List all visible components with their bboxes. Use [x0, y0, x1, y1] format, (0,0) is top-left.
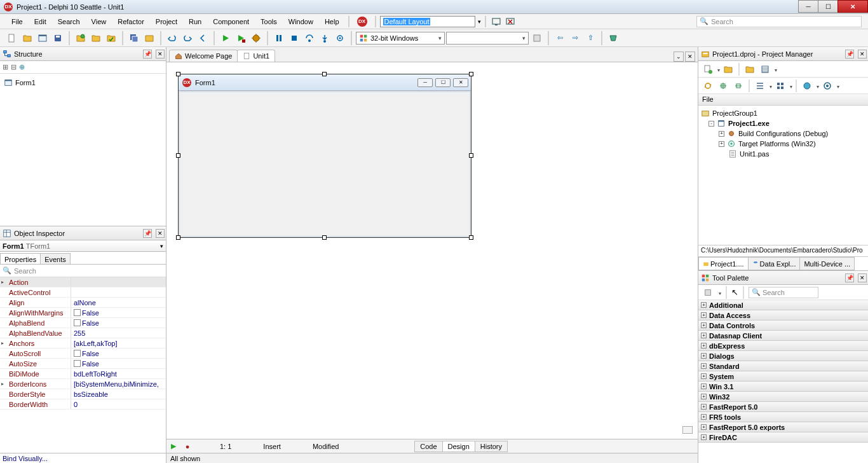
open-project-button[interactable]	[89, 31, 103, 45]
expand-all-icon[interactable]: ⊕	[19, 63, 25, 71]
collapse-icon[interactable]: ⊟	[11, 63, 17, 71]
close-panel-button[interactable]: ✕	[156, 50, 165, 59]
expand-icon[interactable]: +	[701, 404, 707, 410]
open-folder-button[interactable]	[721, 63, 735, 76]
collapse-button[interactable]	[731, 79, 745, 92]
form-designer[interactable]: DX Form1 ─ ☐ ✕	[166, 62, 698, 439]
property-row[interactable]: BorderStylebsSizeable	[0, 389, 166, 399]
property-row[interactable]: Anchors[akLeft,akTop]	[0, 338, 166, 349]
property-grid[interactable]: ActionActiveControlAlignalNoneAlignWithM…	[0, 277, 166, 453]
stop-button[interactable]	[287, 31, 301, 45]
nav-up-button[interactable]: ⇧	[583, 31, 597, 45]
tab-list-button[interactable]: ⌄	[674, 52, 684, 62]
project-tree[interactable]: ProjectGroup1 - Project1.exe + Build Con…	[698, 106, 868, 245]
tree-project-group[interactable]: ProjectGroup1	[701, 108, 865, 118]
menu-project[interactable]: Project	[151, 16, 182, 27]
expand-icon[interactable]: +	[701, 322, 707, 328]
expand-button[interactable]	[716, 79, 730, 92]
grid-dropdown[interactable]	[789, 82, 792, 90]
property-row[interactable]: AlphaBlendValue255	[0, 328, 166, 338]
save-button[interactable]	[51, 31, 65, 45]
collapse-icon[interactable]: -	[709, 121, 714, 127]
window-close-button[interactable]: ✕	[837, 0, 868, 13]
expand-icon[interactable]: +	[701, 373, 707, 379]
views-button[interactable]	[758, 63, 772, 76]
save-project-button[interactable]	[104, 31, 118, 45]
property-row[interactable]: AlignWithMarginsFalse	[0, 308, 166, 318]
cursor-icon[interactable]: ↖	[731, 287, 738, 297]
back-button[interactable]	[196, 31, 210, 45]
property-row[interactable]: AlphaBlendFalse	[0, 318, 166, 328]
property-row[interactable]: AutoScrollFalse	[0, 349, 166, 359]
tree-build-config[interactable]: + Build Configurations (Debug)	[701, 128, 865, 139]
desktop-delete-icon[interactable]	[505, 17, 515, 27]
global-search-input[interactable]: 🔍 Search	[696, 16, 862, 27]
pin-button[interactable]: 📌	[143, 229, 152, 238]
form-close-button[interactable]: ✕	[453, 78, 468, 87]
build-button[interactable]	[800, 79, 814, 92]
tab-events[interactable]: Events	[40, 253, 71, 264]
property-value[interactable]: [biSystemMenu,biMinimize,	[71, 379, 166, 389]
new-item-dropdown[interactable]	[716, 66, 720, 73]
property-row[interactable]: ActiveControl	[0, 287, 166, 298]
expand-icon[interactable]: +	[701, 384, 707, 389]
close-panel-button[interactable]: ✕	[858, 50, 867, 59]
expand-icon[interactable]: +	[701, 394, 707, 399]
nav-forward-button[interactable]: ⇨	[568, 31, 582, 45]
expand-icon[interactable]: ⊞	[3, 63, 8, 71]
pin-button[interactable]: 📌	[845, 273, 854, 282]
menu-window[interactable]: Window	[283, 16, 318, 27]
menu-run[interactable]: Run	[184, 16, 207, 27]
checkbox-icon[interactable]	[74, 350, 81, 357]
palette-category[interactable]: +Datasnap Client	[698, 330, 868, 341]
form-designer-form[interactable]: DX Form1 ─ ☐ ✕	[178, 74, 471, 238]
redo-button[interactable]	[180, 31, 194, 45]
structure-root-item[interactable]: Form1	[4, 78, 162, 88]
palette-category[interactable]: +FireDAC	[698, 432, 868, 443]
sync-button[interactable]	[701, 79, 715, 92]
new-form-button[interactable]	[36, 31, 50, 45]
new-button[interactable]	[5, 31, 19, 45]
undo-button[interactable]	[165, 31, 179, 45]
pin-button[interactable]: 📌	[143, 50, 152, 59]
menu-tools[interactable]: Tools	[255, 16, 282, 27]
desktop-save-icon[interactable]	[491, 17, 501, 27]
expand-icon[interactable]: +	[719, 141, 724, 147]
menu-refactor[interactable]: Refactor	[112, 16, 149, 27]
expand-icon[interactable]: +	[701, 302, 707, 308]
property-value[interactable]	[71, 287, 166, 297]
menu-help[interactable]: Help	[320, 16, 344, 27]
property-value[interactable]: 0	[71, 399, 166, 409]
help-button[interactable]	[606, 31, 620, 45]
file-column-header[interactable]: File	[698, 94, 868, 106]
property-row[interactable]: AutoSizeFalse	[0, 359, 166, 369]
palette-category-list[interactable]: +Additional+Data Access+Data Controls+Da…	[698, 300, 868, 463]
menu-edit[interactable]: Edit	[29, 16, 51, 27]
expand-icon[interactable]: +	[701, 312, 707, 318]
tab-history[interactable]: History	[475, 441, 508, 452]
tab-welcome[interactable]: Welcome Page	[169, 50, 238, 62]
close-panel-button[interactable]: ✕	[156, 229, 165, 238]
bind-visually-link[interactable]: Bind Visually...	[0, 453, 166, 463]
palette-category[interactable]: +Win32	[698, 391, 868, 402]
expand-icon[interactable]: +	[701, 333, 707, 338]
palette-category[interactable]: +FR5 tools	[698, 411, 868, 422]
tree-project[interactable]: - Project1.exe	[701, 118, 865, 128]
window-minimize-button[interactable]: ─	[798, 0, 818, 13]
menu-file[interactable]: File	[6, 16, 28, 27]
nav-back-button[interactable]: ⇦	[553, 31, 567, 45]
property-row[interactable]: BiDiModebdLeftToRight	[0, 369, 166, 379]
expand-icon[interactable]: +	[701, 363, 707, 369]
checkbox-icon[interactable]	[74, 319, 81, 326]
menu-component[interactable]: Component	[208, 16, 254, 27]
form-maximize-button[interactable]: ☐	[435, 78, 451, 87]
palette-category[interactable]: +Data Access	[698, 310, 868, 321]
checkbox-icon[interactable]	[74, 360, 81, 367]
property-value[interactable]: False	[71, 359, 166, 368]
build-dropdown[interactable]	[815, 82, 819, 90]
step-over-button[interactable]	[302, 31, 316, 45]
form-minimize-button[interactable]: ─	[417, 78, 433, 87]
property-value[interactable]: False	[71, 308, 166, 317]
checkbox-icon[interactable]	[74, 309, 81, 316]
record-macro-button[interactable]: ▶	[168, 441, 179, 452]
